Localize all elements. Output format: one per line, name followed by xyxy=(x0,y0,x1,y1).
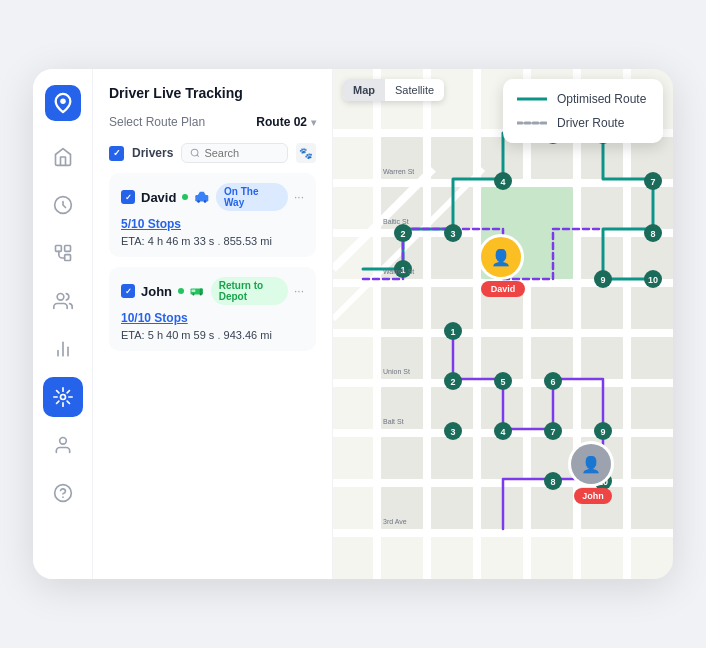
svg-rect-62 xyxy=(581,287,623,329)
svg-point-22 xyxy=(200,293,202,295)
optimised-route-line-icon xyxy=(517,91,547,107)
svg-rect-83 xyxy=(431,487,473,529)
sidebar-item-chart[interactable] xyxy=(43,329,83,369)
svg-text:9: 9 xyxy=(600,427,605,437)
svg-rect-61 xyxy=(531,287,573,329)
svg-rect-58 xyxy=(381,287,423,329)
car-icon xyxy=(194,191,210,203)
svg-rect-68 xyxy=(581,337,623,379)
sidebar-item-help[interactable] xyxy=(43,473,83,513)
svg-point-10 xyxy=(59,438,66,445)
driver-card-david: David On The Way ··· 5/10 Stops ETA: 4 h… xyxy=(109,173,316,257)
driver-card-john: John Return to Depot ··· 10/10 Stops ETA… xyxy=(109,267,316,351)
svg-rect-29 xyxy=(333,329,673,337)
legend-item-optimised: Optimised Route xyxy=(517,91,649,107)
svg-text:👤: 👤 xyxy=(491,248,511,267)
svg-text:4: 4 xyxy=(500,427,505,437)
svg-text:10: 10 xyxy=(648,275,658,285)
svg-text:7: 7 xyxy=(650,177,655,187)
search-icon xyxy=(190,148,200,158)
svg-point-5 xyxy=(57,294,64,301)
sidebar-item-route[interactable] xyxy=(43,233,83,273)
stops-link-john[interactable]: 10/10 Stops xyxy=(121,311,304,325)
driver-checkbox-john[interactable] xyxy=(121,284,135,298)
app-logo xyxy=(45,85,81,121)
svg-text:9: 9 xyxy=(600,275,605,285)
svg-text:David: David xyxy=(491,284,516,294)
more-options-john[interactable]: ··· xyxy=(294,284,304,298)
sidebar-item-home[interactable] xyxy=(43,137,83,177)
drivers-row: Drivers 🐾 xyxy=(109,143,316,163)
driver-name-john: John xyxy=(141,284,172,299)
svg-rect-85 xyxy=(531,487,573,529)
eta-john: ETA: 5 h 40 m 59 s . 943.46 mi xyxy=(121,329,304,341)
main-panel: Driver Live Tracking Select Route Plan R… xyxy=(93,69,333,579)
chevron-down-icon: ▾ xyxy=(311,117,316,128)
svg-text:Union St: Union St xyxy=(383,368,410,375)
svg-point-17 xyxy=(204,200,207,203)
svg-text:Baltic St: Baltic St xyxy=(383,218,409,225)
svg-rect-69 xyxy=(631,337,673,379)
svg-line-14 xyxy=(197,155,199,157)
svg-text:John: John xyxy=(582,491,604,501)
stops-link-david[interactable]: 5/10 Stops xyxy=(121,217,304,231)
drivers-label: Drivers xyxy=(132,146,173,160)
svg-rect-20 xyxy=(192,290,196,292)
driver-route-line-icon xyxy=(517,115,547,131)
route-select-row: Select Route Plan Route 02 ▾ xyxy=(109,115,316,129)
svg-rect-2 xyxy=(55,246,61,252)
optimised-route-label: Optimised Route xyxy=(557,92,646,106)
route-select-dropdown[interactable]: Route 02 ▾ xyxy=(256,115,316,129)
panel-title: Driver Live Tracking xyxy=(109,85,316,101)
search-box xyxy=(181,143,288,163)
sidebar-item-person[interactable] xyxy=(43,425,83,465)
svg-point-21 xyxy=(192,293,194,295)
svg-rect-4 xyxy=(64,255,70,261)
svg-rect-3 xyxy=(64,246,70,252)
more-options-david[interactable]: ··· xyxy=(294,190,304,204)
svg-text:8: 8 xyxy=(550,477,555,487)
driver-status-dot-john xyxy=(178,288,184,294)
svg-text:2: 2 xyxy=(450,377,455,387)
driver-status-dot-david xyxy=(182,194,188,200)
svg-text:3: 3 xyxy=(450,427,455,437)
svg-point-16 xyxy=(198,200,201,203)
svg-rect-81 xyxy=(631,437,673,479)
app-container: Driver Live Tracking Select Route Plan R… xyxy=(33,69,673,579)
svg-rect-63 xyxy=(631,287,673,329)
svg-rect-15 xyxy=(196,195,209,201)
svg-text:2: 2 xyxy=(400,229,405,239)
svg-rect-36 xyxy=(473,69,481,579)
svg-text:3: 3 xyxy=(450,229,455,239)
svg-point-13 xyxy=(192,149,199,156)
svg-text:3rd Ave: 3rd Ave xyxy=(383,518,407,525)
drivers-checkbox[interactable] xyxy=(109,146,124,161)
sidebar xyxy=(33,69,93,579)
svg-rect-34 xyxy=(373,69,381,579)
paw-icon[interactable]: 🐾 xyxy=(296,143,316,163)
svg-text:7: 7 xyxy=(550,427,555,437)
svg-text:Warren St: Warren St xyxy=(383,168,414,175)
van-icon xyxy=(190,285,205,297)
svg-rect-77 xyxy=(431,437,473,479)
driver-checkbox-david[interactable] xyxy=(121,190,135,204)
map-toggle-map[interactable]: Map xyxy=(343,79,385,101)
sidebar-item-location[interactable] xyxy=(43,185,83,225)
driver-name-david: David xyxy=(141,190,176,205)
sidebar-item-users[interactable] xyxy=(43,281,83,321)
driver-header-john: John Return to Depot ··· xyxy=(121,277,304,305)
search-input[interactable] xyxy=(204,147,264,159)
svg-rect-19 xyxy=(200,289,203,295)
sidebar-item-tracking[interactable] xyxy=(43,377,83,417)
status-badge-john: Return to Depot xyxy=(211,277,288,305)
driver-route-label: Driver Route xyxy=(557,116,624,130)
svg-rect-78 xyxy=(481,437,523,479)
legend-item-driver: Driver Route xyxy=(517,115,649,131)
svg-text:Warren St: Warren St xyxy=(383,268,414,275)
svg-rect-41 xyxy=(431,137,473,179)
svg-point-9 xyxy=(60,395,65,400)
map-area: 1 2 3 4 5 6 7 8 9 10 1 2 3 xyxy=(333,69,673,579)
route-label: Select Route Plan xyxy=(109,115,205,129)
map-svg: 1 2 3 4 5 6 7 8 9 10 1 2 3 xyxy=(333,69,673,579)
map-toggle-satellite[interactable]: Satellite xyxy=(385,79,444,101)
